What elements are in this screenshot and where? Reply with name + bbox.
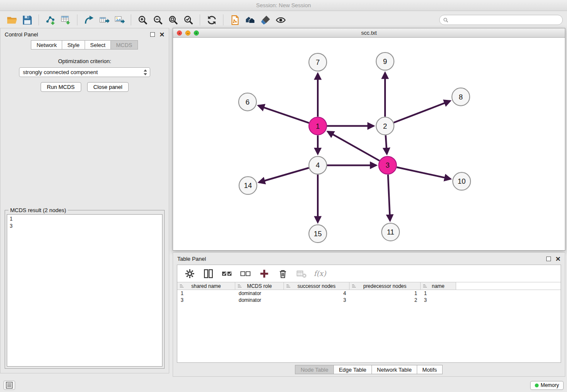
maximize-window-icon[interactable]: + [194, 30, 199, 36]
graph-edge-3-1[interactable] [328, 132, 380, 161]
table-cell[interactable]: 1 [350, 290, 421, 296]
zoom-fit-icon [168, 15, 179, 25]
column-header-name[interactable]: name [421, 282, 456, 290]
tab-select[interactable]: Select [85, 40, 111, 50]
zoom-out-button[interactable] [150, 13, 165, 27]
function-builder-button[interactable]: f(x) [314, 266, 326, 281]
network-graph[interactable]: 7968124314101511 [173, 38, 565, 250]
export-table-button[interactable] [96, 13, 112, 27]
minimize-window-icon[interactable]: − [185, 30, 190, 36]
export-image-button[interactable] [112, 13, 127, 27]
table-row[interactable]: 1dominator411 [177, 290, 561, 297]
graph-node-6[interactable]: 6 [239, 93, 256, 111]
column-header-MCDS-role[interactable]: MCDS role [235, 282, 284, 290]
export-network-button[interactable] [81, 13, 96, 27]
graph-edge-4-14[interactable] [259, 168, 309, 182]
control-panel: Control Panel ✕ NetworkStyleSelectMCDS O… [0, 28, 169, 373]
float-table-panel-icon[interactable] [546, 257, 551, 261]
close-panel-icon[interactable]: ✕ [159, 31, 165, 38]
tab-style[interactable]: Style [62, 40, 85, 50]
select-all-button[interactable] [220, 266, 233, 281]
column-header-label: shared name [191, 283, 221, 289]
graph-node-3[interactable]: 3 [379, 156, 396, 174]
svg-text:14: 14 [244, 182, 252, 190]
tab-network[interactable]: Network [31, 40, 62, 50]
graph-edge-2-3[interactable] [385, 135, 387, 154]
table-tab-edge-table[interactable]: Edge Table [333, 365, 372, 374]
memory-button[interactable]: Memory [530, 381, 564, 390]
network-file-button[interactable] [227, 13, 242, 27]
delete-table-button[interactable] [295, 266, 308, 281]
zoom-in-button[interactable] [135, 13, 150, 27]
show-hide-button[interactable] [273, 13, 288, 27]
home-button[interactable] [242, 13, 258, 27]
criterion-dropdown[interactable]: strongly connected component [19, 67, 150, 77]
table-cell[interactable]: 3 [177, 297, 235, 303]
toolbar-search[interactable] [439, 15, 563, 25]
delete-column-button[interactable] [276, 266, 289, 281]
table-cell[interactable]: 4 [284, 290, 350, 296]
add-column-button[interactable] [258, 266, 270, 281]
network-window-titlebar[interactable]: × − + scc.txt [173, 28, 565, 38]
mcds-result-list[interactable]: 13 [7, 214, 162, 367]
open-file-button[interactable] [4, 13, 19, 27]
deselect-all-button[interactable] [239, 266, 252, 281]
search-input[interactable] [451, 17, 559, 23]
close-window-icon[interactable]: × [177, 30, 182, 36]
close-panel-button[interactable]: Close panel [87, 82, 129, 92]
table-tab-node-table[interactable]: Node Table [295, 365, 334, 374]
import-table-button[interactable] [58, 13, 73, 27]
svg-text:11: 11 [387, 228, 394, 236]
graph-node-4[interactable]: 4 [309, 156, 327, 174]
task-history-button[interactable] [3, 381, 15, 390]
graph-node-10[interactable]: 10 [453, 172, 471, 190]
graph-node-8[interactable]: 8 [452, 88, 470, 106]
graph-node-1[interactable]: 1 [309, 117, 327, 135]
table-cell[interactable]: 2 [350, 297, 421, 303]
graph-node-15[interactable]: 15 [309, 225, 327, 243]
table-tab-network-table[interactable]: Network Table [372, 365, 417, 374]
table-row[interactable]: 3dominator323 [177, 297, 561, 304]
graph-edge-3-10[interactable] [396, 167, 450, 179]
save-session-button[interactable] [19, 13, 35, 27]
plus-icon [259, 268, 270, 279]
table-cell[interactable]: 1 [421, 290, 456, 296]
graph-node-14[interactable]: 14 [239, 177, 257, 194]
table-cell[interactable]: 1 [177, 290, 235, 296]
network-canvas[interactable]: 7968124314101511 [173, 38, 565, 250]
graph-node-11[interactable]: 11 [382, 223, 399, 241]
table-cell[interactable]: 3 [421, 297, 456, 303]
graph-edge-2-8[interactable] [394, 101, 450, 122]
column-header-label: predecessor nodes [363, 283, 406, 289]
column-header-shared-name[interactable]: shared name [177, 282, 235, 290]
show-columns-button[interactable] [202, 266, 215, 281]
table-tab-motifs[interactable]: Motifs [417, 365, 443, 374]
graph-node-2[interactable]: 2 [376, 117, 394, 135]
import-network-button[interactable] [43, 13, 58, 27]
graph-node-9[interactable]: 9 [376, 52, 394, 70]
criterion-dropdown-value: strongly connected component [23, 69, 98, 75]
svg-text:9: 9 [383, 58, 387, 66]
table-cell[interactable]: dominator [235, 297, 284, 303]
tab-mcds[interactable]: MCDS [110, 40, 138, 50]
column-header-successor-nodes[interactable]: successor nodes [284, 282, 350, 290]
table-cell[interactable]: dominator [235, 290, 284, 296]
refresh-button[interactable] [204, 13, 219, 27]
traffic-lights: × − + [177, 30, 199, 36]
window-titlebar[interactable]: Session: New Session [0, 0, 567, 11]
float-panel-icon[interactable] [150, 32, 155, 37]
close-table-panel-icon[interactable]: ✕ [555, 256, 561, 262]
zoom-selected-button[interactable] [181, 13, 196, 27]
table-settings-button[interactable] [183, 266, 196, 281]
zoom-fit-button[interactable] [165, 13, 181, 27]
select-all-icon [222, 268, 232, 279]
style-brush-button[interactable] [258, 13, 273, 27]
graph-edge-1-6[interactable] [259, 105, 309, 123]
task-list-icon [6, 382, 13, 389]
run-mcds-button[interactable]: Run MCDS [41, 82, 81, 92]
graph-edge-3-11[interactable] [388, 174, 390, 221]
main-toolbar [0, 11, 567, 28]
table-cell[interactable]: 3 [284, 297, 350, 303]
column-header-predecessor-nodes[interactable]: predecessor nodes [350, 282, 421, 290]
graph-node-7[interactable]: 7 [309, 53, 327, 71]
